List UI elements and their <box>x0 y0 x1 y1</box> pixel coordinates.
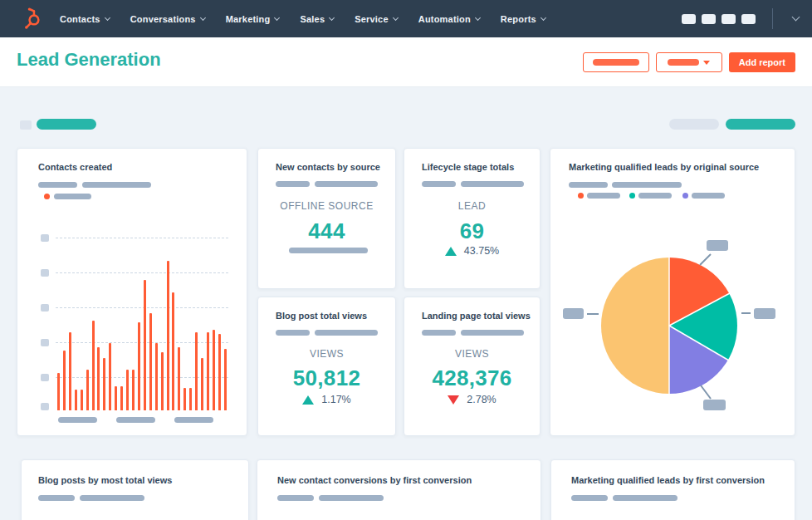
delta-row: 1.17% <box>258 394 395 405</box>
nav-item-label: Contacts <box>60 14 100 24</box>
skeleton-pill <box>319 495 384 501</box>
card-title: Marketing qualified leads by first conve… <box>571 475 765 485</box>
skeleton-pill <box>277 495 314 501</box>
pie-label-skeleton <box>563 308 584 319</box>
x-tick-skeleton <box>116 417 155 423</box>
nav-tool-button-4[interactable] <box>741 14 756 24</box>
bar <box>149 313 152 410</box>
hubspot-logo-icon[interactable] <box>22 7 44 30</box>
nav-utility-area <box>676 8 799 29</box>
hubspot-dashboard: Contacts Conversations Marketing Sales S… <box>0 0 812 520</box>
skeleton-pill <box>276 181 310 187</box>
nav-item-marketing[interactable]: Marketing <box>226 14 280 24</box>
bar <box>167 261 169 410</box>
delta-value: 1.17% <box>321 394 350 405</box>
chevron-down-icon <box>329 14 335 20</box>
bar <box>120 386 123 410</box>
contacts-created-bars <box>57 238 227 410</box>
skeleton-pill <box>569 182 608 188</box>
caret-down-icon <box>703 61 710 65</box>
nav-item-label: Marketing <box>226 14 271 24</box>
bar <box>92 321 95 410</box>
bar <box>178 347 180 410</box>
metric-value: 444 <box>258 218 395 244</box>
bar <box>172 292 174 410</box>
bar <box>69 332 71 410</box>
card-title: Landing page total views <box>422 311 531 321</box>
nav-menu: Contacts Conversations Marketing Sales S… <box>60 14 545 24</box>
metric-label: VIEWS <box>258 348 395 360</box>
bar <box>189 388 192 410</box>
add-report-button[interactable]: Add report <box>729 52 795 72</box>
filter-checkbox-skeleton[interactable] <box>20 120 32 130</box>
nav-item-reports[interactable]: Reports <box>501 14 545 24</box>
nav-item-service[interactable]: Service <box>355 14 398 24</box>
card-title: Contacts created <box>38 162 112 172</box>
dashboard-action-button[interactable] <box>583 52 649 72</box>
legend-label-skeleton <box>638 193 672 199</box>
y-tick-skeleton <box>41 269 49 277</box>
pie-label-skeleton <box>754 308 775 319</box>
y-tick-skeleton <box>41 339 49 346</box>
skeleton-pill <box>612 182 682 188</box>
header-actions: Add report <box>583 52 795 72</box>
page-header: Lead Generation Add report <box>0 37 812 87</box>
nav-tool-button-3[interactable] <box>722 14 736 24</box>
bar <box>115 386 117 410</box>
nav-item-label: Reports <box>501 14 536 24</box>
card-title: New contacts by source <box>276 162 380 172</box>
card-blog-post-total-views: Blog post total views VIEWS 50,812 1.17% <box>257 297 396 436</box>
bar <box>132 370 135 410</box>
metric-value: 69 <box>404 218 540 244</box>
legend-dot-teal <box>629 193 635 199</box>
skeleton-pill <box>315 330 378 336</box>
bar <box>201 358 203 410</box>
bar <box>103 358 105 410</box>
nav-item-sales[interactable]: Sales <box>300 14 334 24</box>
legend-label-skeleton <box>692 193 725 199</box>
skeleton-pill <box>422 330 456 336</box>
bar <box>155 343 158 410</box>
account-chevron-down-icon[interactable] <box>792 13 800 22</box>
pie-label-skeleton <box>703 400 726 410</box>
bar <box>144 280 146 410</box>
top-nav: Contacts Conversations Marketing Sales S… <box>0 0 812 37</box>
legend-label-skeleton <box>54 194 91 199</box>
card-mql-by-first-conversion: Marketing qualified leads by first conve… <box>550 459 795 520</box>
nav-tool-button-1[interactable] <box>682 14 696 24</box>
nav-tool-button-2[interactable] <box>702 14 716 24</box>
x-tick-skeleton <box>174 417 213 423</box>
nav-item-conversations[interactable]: Conversations <box>130 14 205 24</box>
bar <box>57 373 60 410</box>
delta-value: 2.78% <box>467 394 496 405</box>
bar <box>109 343 111 410</box>
card-mql-by-original-source: Marketing qualified leads by original so… <box>550 148 795 436</box>
skeleton-pill <box>461 330 524 336</box>
trend-up-icon <box>302 395 314 405</box>
bar <box>97 347 100 410</box>
nav-divider <box>772 8 773 29</box>
card-new-contacts-by-source: New contacts by source OFFLINE SOURCE 44… <box>257 148 396 289</box>
legend-dot-orange <box>44 194 50 199</box>
filter-right-teal-skeleton[interactable] <box>726 119 795 130</box>
bar <box>63 351 66 410</box>
chevron-down-icon <box>274 14 280 20</box>
card-blog-posts-by-most-total-views: Blog posts by most total views <box>21 459 249 520</box>
bar <box>224 349 227 410</box>
dashboard-dropdown-button[interactable] <box>656 52 722 72</box>
nav-item-contacts[interactable]: Contacts <box>60 14 110 24</box>
card-lifecycle-stage-totals: Lifecycle stage totals LEAD 69 43.75% <box>404 148 541 289</box>
y-tick-skeleton <box>41 403 49 410</box>
filter-left-skeleton[interactable] <box>37 119 96 130</box>
nav-item-label: Service <box>355 14 389 24</box>
pie-label-skeleton <box>707 240 728 251</box>
skeleton-pill <box>38 495 75 501</box>
skeleton-pill <box>461 181 524 187</box>
chevron-down-icon <box>393 14 399 20</box>
skeleton-pill <box>289 248 368 253</box>
chevron-down-icon <box>475 14 481 20</box>
nav-item-automation[interactable]: Automation <box>418 14 480 24</box>
delta-value: 43.75% <box>464 245 499 257</box>
nav-item-label: Sales <box>300 14 325 24</box>
filter-right-gray-skeleton[interactable] <box>669 119 719 130</box>
